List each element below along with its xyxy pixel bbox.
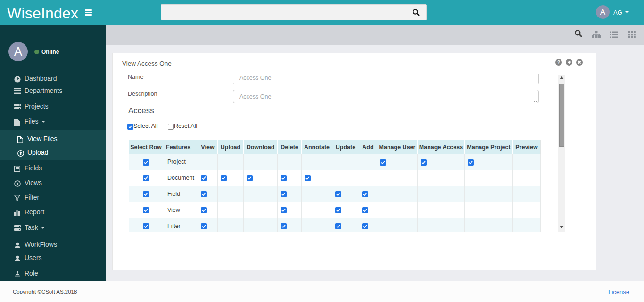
svg-text:?: ?: [557, 60, 560, 65]
